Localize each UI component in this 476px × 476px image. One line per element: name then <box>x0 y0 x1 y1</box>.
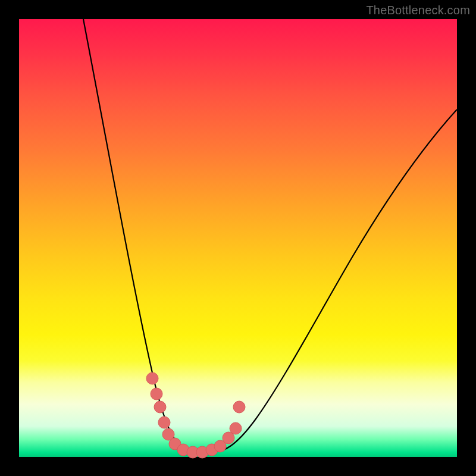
marker-group <box>146 372 245 458</box>
marker <box>154 401 166 413</box>
chart-svg <box>19 19 457 457</box>
curve-left <box>83 19 209 454</box>
chart-frame: TheBottleneck.com <box>0 0 476 476</box>
watermark-text: TheBottleneck.com <box>366 4 470 17</box>
marker <box>151 388 162 400</box>
marker <box>230 422 242 434</box>
curve-right <box>209 109 457 452</box>
marker <box>233 401 245 413</box>
marker <box>146 372 158 384</box>
marker <box>158 416 170 428</box>
chart-plot-area <box>19 19 457 457</box>
